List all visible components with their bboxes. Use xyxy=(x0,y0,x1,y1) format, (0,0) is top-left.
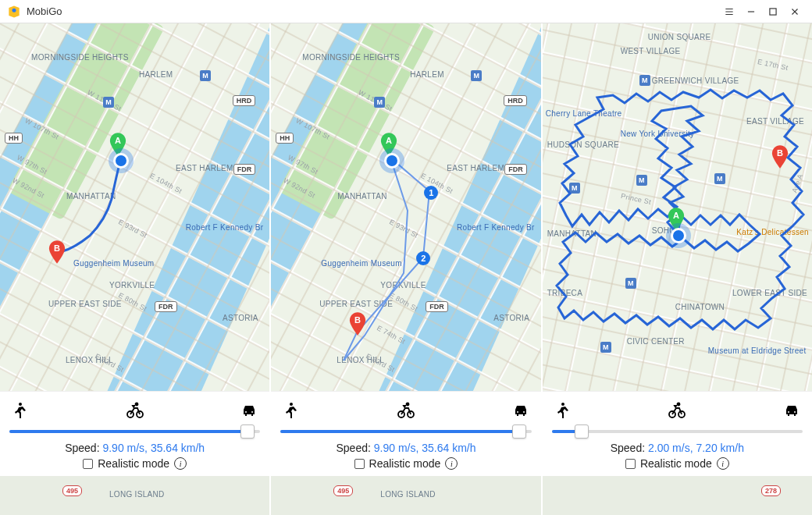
pin-b-icon: B xyxy=(771,145,789,169)
car-icon[interactable] xyxy=(238,400,260,421)
pin-b-icon: B xyxy=(349,312,366,336)
map-label: LONG ISLAND xyxy=(109,490,165,499)
map-label: GREENWICH VILLAGE xyxy=(652,76,739,85)
map-label: UNION SQUARE xyxy=(648,33,711,41)
panel-3: WEST VILLAGE UNION SQUARE GREENWICH VILL… xyxy=(543,23,812,476)
metro-icon xyxy=(714,173,725,184)
map-label: MORNINGSIDE HEIGHTS xyxy=(302,53,400,62)
realistic-label: Realistic mode xyxy=(98,457,169,470)
titlebar: MobiGo xyxy=(0,0,812,23)
hwy-badge: HRD xyxy=(504,95,527,106)
hwy-badge: HH xyxy=(5,133,23,144)
realistic-checkbox[interactable] xyxy=(83,459,93,469)
svg-rect-1 xyxy=(770,8,776,14)
svg-point-9 xyxy=(251,411,253,413)
walk-icon[interactable] xyxy=(280,400,302,421)
realistic-checkbox[interactable] xyxy=(354,459,365,469)
walk-icon[interactable] xyxy=(552,400,574,421)
realistic-label: Realistic mode xyxy=(369,457,441,470)
main-panels: MORNINGSIDE HEIGHTS HARLEM EAST HARLEM M… xyxy=(0,23,812,476)
metro-icon xyxy=(471,70,482,81)
map-label: YORKVILLE xyxy=(109,281,155,289)
metro-icon xyxy=(569,183,580,194)
panel-1: MORNINGSIDE HEIGHTS HARLEM EAST HARLEM M… xyxy=(0,23,271,476)
map-label: MORNINGSIDE HEIGHTS xyxy=(31,53,129,62)
svg-text:B: B xyxy=(54,243,60,253)
speed-readout: Speed: 9.90 m/s, 35.64 km/h xyxy=(9,442,260,454)
metro-icon xyxy=(600,342,611,353)
speed-slider[interactable] xyxy=(552,426,803,437)
svg-point-25 xyxy=(794,411,796,413)
map-label: EAST HARLEM xyxy=(447,164,504,172)
hwy-shield: 278 xyxy=(761,485,781,496)
map-label: CHINATOWN xyxy=(675,303,725,311)
map-label: MANHATTAN xyxy=(337,192,386,201)
map-label: WEST VILLAGE xyxy=(621,47,681,55)
map-1[interactable]: MORNINGSIDE HEIGHTS HARLEM EAST HARLEM M… xyxy=(0,23,269,391)
speed-slider[interactable] xyxy=(280,426,531,437)
map-label: ASTORIA xyxy=(493,314,529,322)
map-label: MANHATTAN xyxy=(547,229,597,238)
bike-icon[interactable] xyxy=(666,400,688,421)
map-2[interactable]: MORNINGSIDE HEIGHTS HARLEM EAST HARLEM M… xyxy=(271,23,540,391)
metro-icon xyxy=(636,175,647,186)
svg-text:A: A xyxy=(115,136,121,145)
info-icon[interactable]: i xyxy=(717,457,729,470)
car-icon[interactable] xyxy=(510,400,532,421)
metro-icon xyxy=(200,70,211,81)
menu-button[interactable] xyxy=(718,1,740,23)
hwy-badge: HH xyxy=(276,133,294,144)
speed-readout: Speed: 9.90 m/s, 35.64 km/h xyxy=(280,442,531,454)
minimize-button[interactable] xyxy=(740,1,762,23)
hwy-shield: 495 xyxy=(333,485,353,496)
maximize-button[interactable] xyxy=(762,1,784,23)
bike-icon[interactable] xyxy=(395,400,417,421)
map-label: EAST HARLEM xyxy=(176,164,233,172)
realistic-checkbox[interactable] xyxy=(625,459,636,469)
map-poi-label: Cherry Lane Theatre xyxy=(546,109,622,118)
info-icon[interactable]: i xyxy=(445,457,458,470)
pin-b-icon: B xyxy=(48,240,66,264)
hwy-badge: HRD xyxy=(233,95,256,106)
controls-1: Speed: 9.90 m/s, 35.64 km/h Realistic mo… xyxy=(0,391,269,476)
svg-text:B: B xyxy=(777,148,783,158)
app-title: MobiGo xyxy=(27,5,62,17)
realistic-label: Realistic mode xyxy=(640,457,712,470)
map-label: UPPER EAST SIDE xyxy=(319,300,393,308)
svg-text:B: B xyxy=(354,315,361,325)
svg-point-15 xyxy=(406,403,408,406)
map-label: UPPER EAST SIDE xyxy=(48,300,122,308)
map-label: MANHATTAN xyxy=(66,192,116,201)
metro-icon xyxy=(374,97,385,108)
svg-point-0 xyxy=(12,8,16,12)
current-location-icon xyxy=(113,153,129,169)
svg-point-7 xyxy=(135,403,137,406)
metro-icon xyxy=(103,97,114,108)
map-poi-label: Katz's Delicatessen xyxy=(736,228,809,236)
svg-text:A: A xyxy=(386,136,392,145)
map-poi-label: Guggenheim Museum xyxy=(73,259,154,268)
hwy-badge: FDR xyxy=(233,164,256,175)
info-icon[interactable]: i xyxy=(174,457,187,470)
svg-point-20 xyxy=(561,403,564,406)
bike-icon[interactable] xyxy=(124,400,146,421)
svg-point-23 xyxy=(678,403,680,406)
app-logo-icon xyxy=(6,4,22,20)
walk-icon[interactable] xyxy=(9,400,31,421)
map-label: LOWER EAST SIDE xyxy=(732,289,807,297)
svg-point-16 xyxy=(517,411,518,413)
bottom-map-strip: 495 LONG ISLAND 495 LONG ISLAND 278 xyxy=(0,476,812,515)
map-poi-label: Guggenheim Museum xyxy=(321,259,401,268)
hwy-badge: FDR xyxy=(426,301,448,312)
svg-text:A: A xyxy=(673,211,679,220)
panel-2: MORNINGSIDE HEIGHTS HARLEM EAST HARLEM M… xyxy=(271,23,542,476)
car-icon[interactable] xyxy=(781,400,803,421)
map-poi-label: Robert F Kennedy Br xyxy=(186,223,264,232)
svg-point-17 xyxy=(523,411,525,413)
map-label: HUDSON SQUARE xyxy=(547,140,619,149)
map-label: HARLEM xyxy=(139,70,173,79)
map-3[interactable]: WEST VILLAGE UNION SQUARE GREENWICH VILL… xyxy=(543,23,812,391)
speed-slider[interactable] xyxy=(9,426,260,437)
close-button[interactable] xyxy=(784,1,806,23)
map-label: ASTORIA xyxy=(223,314,258,322)
